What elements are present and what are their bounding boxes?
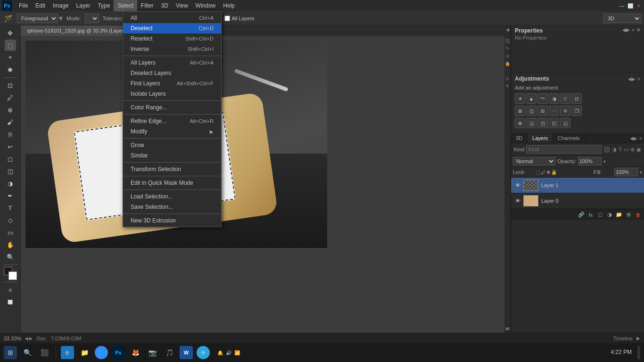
menu-select-refine-edge[interactable]: Refine Edge... Alt+Ctrl+R (123, 116, 221, 126)
menu-sep-7 (123, 189, 221, 190)
select-dropdown-menu: All Ctrl+A Deselect Ctrl+D Reselect Shif… (123, 11, 222, 227)
menu-sep-3 (123, 114, 221, 115)
menu-select-all[interactable]: All Ctrl+A (123, 13, 221, 23)
menu-select-load-selection-label: Load Selection... (131, 193, 173, 200)
menu-select-find-layers-label: Find Layers (131, 80, 160, 87)
menu-select-grow[interactable]: Grow (123, 140, 221, 150)
menu-sep-8 (123, 214, 221, 214)
menu-select-new-3d-extrusion[interactable]: New 3D Extrusion (123, 215, 221, 226)
menu-select-all-layers-label: All Layers (131, 59, 156, 66)
menu-select-deselect[interactable]: Deselect Ctrl+D (123, 23, 221, 33)
dropdown-overlay: All Ctrl+A Deselect Ctrl+D Reselect Shif… (0, 0, 644, 362)
menu-select-new-3d-extrusion-label: New 3D Extrusion (131, 217, 176, 224)
menu-select-all-layers[interactable]: All Layers Alt+Ctrl+A (123, 58, 221, 68)
menu-select-deselect-shortcut: Ctrl+D (199, 25, 214, 31)
menu-select-quick-mask-label: Edit in Quick Mask Mode (131, 180, 193, 186)
menu-select-isolate-layers[interactable]: Isolate Layers (123, 89, 221, 99)
menu-select-deselect-layers-label: Deselect Layers (131, 70, 171, 76)
menu-select-deselect-layers[interactable]: Deselect Layers (123, 68, 221, 78)
menu-sep-2 (123, 100, 221, 101)
menu-select-color-range[interactable]: Color Range... (123, 102, 221, 113)
menu-select-reselect-label: Reselect (131, 35, 153, 42)
menu-select-refine-edge-shortcut: Alt+Ctrl+R (190, 118, 214, 124)
menu-sep-6 (123, 176, 221, 176)
menu-select-modify[interactable]: Modify ▶ (123, 126, 221, 137)
menu-select-all-shortcut: Ctrl+A (199, 15, 214, 21)
menu-select-quick-mask[interactable]: Edit in Quick Mask Mode (123, 178, 221, 188)
menu-select-isolate-layers-label: Isolate Layers (131, 90, 166, 97)
menu-select-transform-selection-label: Transform Selection (131, 166, 181, 173)
menu-select-find-layers-shortcut: Alt+Shift+Ctrl+F (177, 81, 214, 86)
menu-select-modify-label: Modify (131, 128, 147, 135)
menu-select-save-selection-label: Save Selection... (131, 204, 173, 210)
menu-select-inverse-shortcut: Shift+Ctrl+I (188, 46, 214, 52)
menu-sep-5 (123, 162, 221, 163)
menu-select-save-selection[interactable]: Save Selection... (123, 202, 221, 212)
menu-select-similar-label: Similar (131, 152, 148, 159)
menu-select-all-layers-shortcut: Alt+Ctrl+A (190, 60, 214, 66)
menu-select-all-label: All (131, 15, 137, 21)
modify-submenu-arrow: ▶ (210, 129, 214, 134)
menu-select-inverse-label: Inverse (131, 46, 149, 52)
menu-select-color-range-label: Color Range... (131, 104, 167, 111)
menu-select-deselect-label: Deselect (131, 25, 153, 32)
menu-select-find-layers[interactable]: Find Layers Alt+Shift+Ctrl+F (123, 78, 221, 89)
menu-select-reselect-shortcut: Shift+Ctrl+D (185, 36, 214, 41)
menu-select-load-selection[interactable]: Load Selection... (123, 191, 221, 202)
menu-sep-4 (123, 138, 221, 139)
menu-select-refine-edge-label: Refine Edge... (131, 118, 166, 124)
menu-select-inverse[interactable]: Inverse Shift+Ctrl+I (123, 44, 221, 54)
menu-select-grow-label: Grow (131, 142, 144, 148)
menu-sep-1 (123, 56, 221, 56)
menu-select-transform-selection[interactable]: Transform Selection (123, 164, 221, 174)
menu-select-similar[interactable]: Similar (123, 150, 221, 161)
menu-select-reselect[interactable]: Reselect Shift+Ctrl+D (123, 33, 221, 44)
